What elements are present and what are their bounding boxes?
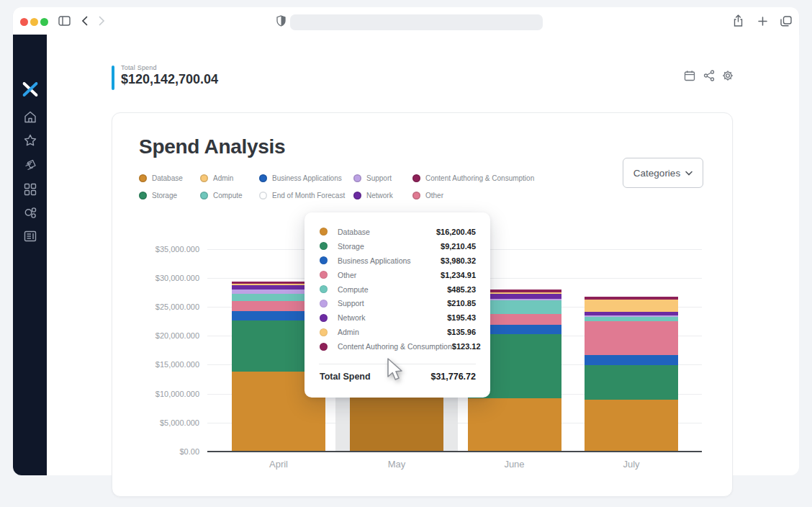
legend-item-support[interactable]: Support bbox=[353, 173, 392, 184]
accent-bar bbox=[112, 66, 114, 90]
tooltip-color-dot bbox=[320, 314, 328, 322]
legend-label: Compute bbox=[213, 192, 243, 199]
y-axis-tick-label: $35,000.000 bbox=[139, 245, 199, 254]
legend-item-other[interactable]: Other bbox=[412, 190, 443, 201]
sidebar-item-layers[interactable] bbox=[23, 159, 37, 172]
legend-color-dot bbox=[139, 192, 147, 199]
tooltip-row-label: Network bbox=[338, 313, 447, 322]
browser-chrome bbox=[13, 7, 799, 35]
legend-color-dot bbox=[259, 192, 267, 199]
tooltip-row-value: $3,980.32 bbox=[441, 256, 476, 265]
bar-segment-july-content-authoring-consumption[interactable] bbox=[585, 297, 678, 300]
tooltip-row-label: Content Authoring & Consumption bbox=[338, 342, 452, 351]
sidebar-item-connections[interactable] bbox=[23, 207, 37, 220]
legend-item-storage[interactable]: Storage bbox=[139, 190, 177, 201]
x-axis-label-april: April bbox=[235, 459, 322, 470]
bar-segment-july-business-applications[interactable] bbox=[585, 355, 678, 365]
tooltip-row-value: $1,234.91 bbox=[441, 271, 476, 279]
tooltip-total-label: Total Spend bbox=[320, 372, 430, 382]
screen: Total Spend $120,142,700.04 Spend Analys… bbox=[0, 0, 812, 507]
shield-icon[interactable] bbox=[276, 15, 286, 27]
bar-segment-june-database[interactable] bbox=[468, 398, 561, 452]
bar-segment-july-network[interactable] bbox=[585, 312, 678, 315]
tooltip-row-value: $135.96 bbox=[447, 328, 476, 336]
tooltip-row-value: $485.23 bbox=[447, 285, 476, 294]
mouse-cursor bbox=[386, 358, 405, 385]
legend-label: Database bbox=[152, 174, 183, 182]
legend-label: End of Month Forecast bbox=[272, 192, 345, 199]
bar-segment-july-storage[interactable] bbox=[585, 365, 678, 400]
forward-button[interactable] bbox=[99, 16, 105, 26]
tooltip-row: Support$210.85 bbox=[304, 296, 490, 310]
back-button[interactable] bbox=[81, 16, 88, 26]
legend-item-business-applications[interactable]: Business Applications bbox=[259, 173, 342, 184]
address-bar[interactable] bbox=[290, 14, 543, 30]
calendar-icon[interactable] bbox=[684, 70, 695, 84]
categories-dropdown-label: Categories bbox=[633, 168, 680, 179]
tooltip-color-dot bbox=[320, 242, 328, 250]
legend-item-end-of-month-forecast[interactable]: End of Month Forecast bbox=[259, 190, 345, 201]
legend-label: Content Authoring & Consumption bbox=[425, 174, 534, 182]
tooltip-row-label: Storage bbox=[338, 242, 441, 251]
legend-item-content-authoring-consumption[interactable]: Content Authoring & Consumption bbox=[412, 173, 534, 184]
tooltip-row-value: $9,210.45 bbox=[441, 242, 476, 251]
legend-item-database[interactable]: Database bbox=[139, 173, 183, 184]
legend-color-dot bbox=[412, 192, 420, 199]
tooltip-row-label: Database bbox=[338, 228, 436, 236]
categories-dropdown[interactable]: Categories bbox=[623, 158, 703, 188]
zoom-window-button[interactable] bbox=[40, 18, 48, 26]
y-axis-tick-label: $0.00 bbox=[139, 447, 199, 456]
tooltip-row-label: Support bbox=[338, 299, 447, 308]
tooltip-row-value: $210.85 bbox=[447, 299, 476, 308]
tooltip-color-dot bbox=[320, 285, 328, 293]
bar-segment-july-database[interactable] bbox=[585, 400, 678, 452]
app-sidebar bbox=[13, 35, 47, 475]
tooltip-rows: Database$16,200.45Storage$9,210.45Busine… bbox=[304, 225, 490, 354]
card-title: Spend Analysis bbox=[139, 135, 285, 158]
sidebar-toggle-icon[interactable] bbox=[58, 16, 71, 26]
share-nodes-icon[interactable] bbox=[703, 70, 715, 84]
sidebar-item-report[interactable] bbox=[24, 230, 37, 242]
legend-label: Admin bbox=[213, 174, 233, 182]
y-axis-tick-label: $25,000.000 bbox=[139, 302, 199, 311]
legend-label: Network bbox=[366, 192, 393, 199]
legend-label: Support bbox=[366, 174, 392, 182]
share-icon[interactable] bbox=[733, 14, 744, 27]
tab-overview-icon[interactable] bbox=[780, 16, 792, 27]
tooltip-row-label: Compute bbox=[338, 285, 447, 294]
tooltip-total-value: $31,776.72 bbox=[430, 372, 476, 382]
tooltip-color-dot bbox=[320, 328, 328, 336]
close-window-button[interactable] bbox=[20, 18, 28, 26]
legend-color-dot bbox=[139, 174, 147, 182]
tooltip-color-dot bbox=[320, 343, 328, 351]
tooltip-row-value: $195.43 bbox=[447, 313, 476, 322]
legend-label: Other bbox=[425, 192, 443, 199]
y-axis-tick-label: $10,000.000 bbox=[139, 390, 199, 398]
x-axis-line bbox=[207, 451, 702, 452]
y-axis-tick-label: $15,000.000 bbox=[139, 360, 199, 369]
bar-segment-july-other[interactable] bbox=[585, 321, 678, 355]
tooltip-row-label: Admin bbox=[338, 328, 447, 336]
x-axis-label-june: June bbox=[472, 459, 558, 470]
new-tab-icon[interactable] bbox=[758, 17, 767, 26]
sidebar-item-home[interactable] bbox=[24, 111, 37, 123]
legend-item-network[interactable]: Network bbox=[353, 190, 393, 201]
tooltip-row: Database$16,200.45 bbox=[304, 225, 490, 239]
bar-segment-july-support[interactable] bbox=[585, 315, 678, 317]
tooltip-row-value: $123.12 bbox=[452, 342, 481, 351]
bar-segment-july-admin[interactable] bbox=[585, 300, 678, 312]
sidebar-item-apps[interactable] bbox=[24, 183, 37, 196]
app-logo[interactable] bbox=[22, 82, 37, 97]
y-axis-tick-label: $30,000.000 bbox=[139, 274, 199, 282]
legend-item-admin[interactable]: Admin bbox=[200, 173, 233, 184]
legend-item-compute[interactable]: Compute bbox=[200, 190, 243, 201]
legend-color-dot bbox=[412, 174, 420, 182]
bar-segment-july-compute[interactable] bbox=[585, 317, 678, 321]
legend-color-dot bbox=[200, 192, 208, 199]
settings-gear-icon[interactable] bbox=[722, 70, 734, 84]
legend-color-dot bbox=[259, 174, 267, 182]
minimize-window-button[interactable] bbox=[30, 18, 38, 26]
tooltip-row: Admin$135.96 bbox=[304, 325, 490, 339]
chevron-down-icon bbox=[685, 171, 693, 176]
sidebar-item-favorites[interactable] bbox=[23, 134, 37, 147]
